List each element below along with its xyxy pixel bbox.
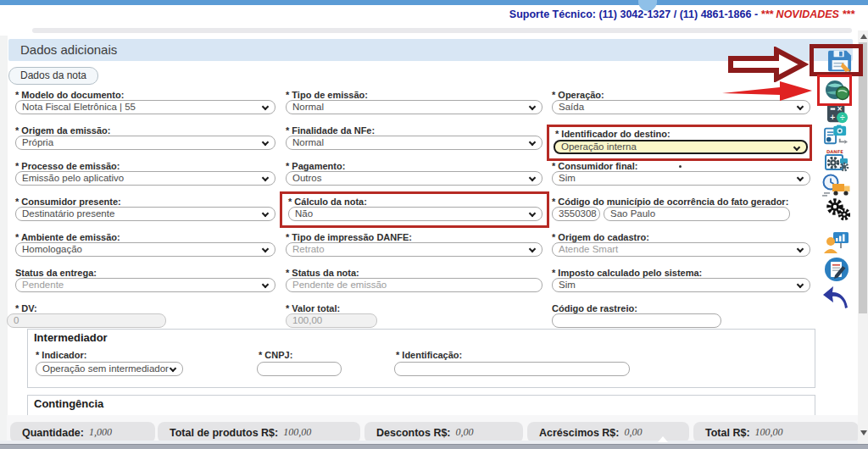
chevron-down-icon <box>529 103 536 110</box>
valor-total-input: 100,00 <box>286 313 377 328</box>
consumidor-presente-select[interactable]: Destinatário presente <box>15 207 275 221</box>
svg-text:+: + <box>830 113 836 121</box>
codigo-rastreio-input[interactable] <box>552 313 721 328</box>
clock-truck-icon <box>822 174 851 197</box>
label-valor-total: * Valor total: <box>286 303 340 313</box>
modelo-documento-select[interactable]: Nota Fiscal Eletrônica | 55 <box>15 100 275 114</box>
danfe-gear-icon: DANFE <box>823 147 850 173</box>
identificador-destino-select[interactable]: Operação interna <box>554 140 808 154</box>
label-finalidade-nfe: * Finalidade da NFe: <box>286 125 375 136</box>
chevron-down-icon <box>797 281 804 288</box>
label-imposto-calculado: * Imposto calculado pelo sistema: <box>552 268 702 278</box>
processo-emissao-select[interactable]: Emissão pelo aplicativo <box>15 171 275 186</box>
label-tipo-impressao-danfe: * Tipo de impressão DANFE: <box>286 232 412 242</box>
label-calculo-nota: * Cálculo da nota: <box>288 197 367 207</box>
support-label: Suporte Técnico: (11) 3042-1327 / (11) 4… <box>509 8 761 20</box>
status-nota-input: Pendente de emissão <box>286 278 542 292</box>
label-status-nota: * Status da nota: <box>286 268 359 278</box>
label-origem-emissao: * Origem da emissão: <box>15 125 111 136</box>
globe-transmit-icon <box>824 78 851 103</box>
chevron-down-icon <box>529 210 536 217</box>
label-pagamento: * Pagamento: <box>286 161 345 171</box>
svg-text:÷: ÷ <box>839 114 845 122</box>
svg-text:DANFE: DANFE <box>826 149 843 154</box>
settings-button[interactable] <box>825 197 850 221</box>
copy-photo-button[interactable] <box>823 125 850 147</box>
indicador-select[interactable]: Operação sem intermediador <box>36 362 183 376</box>
contingencia-title: Contingência <box>34 397 103 410</box>
calculator-button[interactable]: × + ÷ <box>826 103 849 125</box>
label-processo-emissao: * Processo de emissão: <box>15 161 120 171</box>
dv-input: 0 <box>7 313 166 328</box>
consumidor-final-select[interactable]: Sim <box>552 171 810 186</box>
page-title: Dados adicionais <box>8 39 853 61</box>
chevron-down-icon <box>529 139 536 146</box>
nfe-dados-adicionais-page: Suporte Técnico: (11) 3042-1327 / (11) 4… <box>0 0 868 449</box>
header-divider <box>32 28 852 33</box>
pagamento-select[interactable]: Outros <box>286 171 542 186</box>
stray-dot <box>679 165 682 168</box>
chevron-down-icon <box>793 144 800 151</box>
floppy-disk-icon <box>827 49 853 73</box>
danfe-settings-button[interactable]: DANFE <box>823 147 850 173</box>
schedule-delivery-button[interactable] <box>822 174 851 197</box>
chevron-down-icon <box>262 175 269 181</box>
chevron-down-icon <box>262 139 269 146</box>
label-codigo-rastreio: Código de rastreio: <box>552 303 637 313</box>
transmit-button[interactable] <box>824 78 851 103</box>
finalidade-nfe-select[interactable]: Normal <box>286 136 542 150</box>
contingencia-fieldset <box>27 395 815 415</box>
scrollbar-down-icon[interactable] <box>860 430 867 435</box>
intermediador-title: Intermediador <box>34 331 108 344</box>
svg-text:×: × <box>837 104 843 113</box>
solid-arrow-annotation <box>722 78 815 103</box>
label-identificacao: * Identificação: <box>396 350 462 360</box>
origem-emissao-select[interactable]: Própria <box>15 136 275 150</box>
save-button[interactable] <box>827 49 853 73</box>
chevron-down-icon <box>262 210 269 217</box>
tipo-impressao-danfe-select[interactable]: Retrato <box>286 242 542 257</box>
label-cnpj: * CNPJ: <box>259 350 292 360</box>
label-ambiente-emissao: * Ambiente de emissão: <box>15 232 120 242</box>
identificacao-input[interactable] <box>394 362 630 376</box>
calculo-nota-select[interactable]: Não <box>288 207 542 221</box>
block-arrow-annotation <box>727 47 809 82</box>
chevron-down-icon <box>170 365 176 372</box>
tab-dados-da-nota[interactable]: Dados da nota <box>8 67 98 85</box>
status-entrega-select[interactable]: Pendente <box>15 278 275 292</box>
chevron-down-icon <box>797 246 804 252</box>
gears-icon <box>825 197 850 221</box>
document-camera-icon <box>823 125 850 147</box>
edit-note-button[interactable] <box>823 256 850 283</box>
client-report-button[interactable] <box>823 230 850 254</box>
back-arrow-icon <box>821 285 850 310</box>
imposto-calculado-select[interactable]: Sim <box>552 278 810 292</box>
chevron-down-icon <box>797 175 804 181</box>
support-phone-text: Suporte Técnico: (11) 3042-1327 / (11) 4… <box>509 8 854 20</box>
codigo-municipio-input[interactable]: 3550308 <box>552 207 600 221</box>
scrollbar-up-icon[interactable] <box>860 34 867 39</box>
chevron-down-icon <box>797 103 804 110</box>
tipo-emissao-select[interactable]: Normal <box>286 100 542 114</box>
origem-cadastro-select[interactable]: Atende Smart <box>552 242 810 257</box>
label-identificador-destino: * Identificador do destino: <box>555 129 670 139</box>
label-status-entrega: Status da entrega: <box>15 268 97 278</box>
label-tipo-emissao: * Tipo de emissão: <box>286 90 368 100</box>
scrollbar-thumb[interactable] <box>859 42 867 313</box>
ambiente-emissao-select[interactable]: Homologação <box>15 242 275 257</box>
label-indicador: * Indicador: <box>36 350 87 360</box>
taskbar-edge <box>0 444 868 449</box>
calculator-icon: × + ÷ <box>826 103 849 125</box>
taskbar-notch <box>658 436 668 442</box>
label-codigo-municipio: * Código do município de ocorrência do f… <box>552 197 788 207</box>
novidades-link[interactable]: *** NOVIDADES *** <box>761 8 854 20</box>
cnpj-input[interactable] <box>257 362 342 376</box>
chevron-down-icon <box>529 175 536 181</box>
person-chart-icon <box>823 230 850 254</box>
label-modelo-documento: * Modelo do documento: <box>15 90 124 100</box>
label-operacao: * Operação: <box>552 90 604 100</box>
note-pencil-icon <box>823 256 850 283</box>
back-button[interactable] <box>821 285 850 310</box>
municipio-nome-input[interactable]: Sao Paulo <box>604 207 790 221</box>
label-dv: * DV: <box>15 303 37 313</box>
